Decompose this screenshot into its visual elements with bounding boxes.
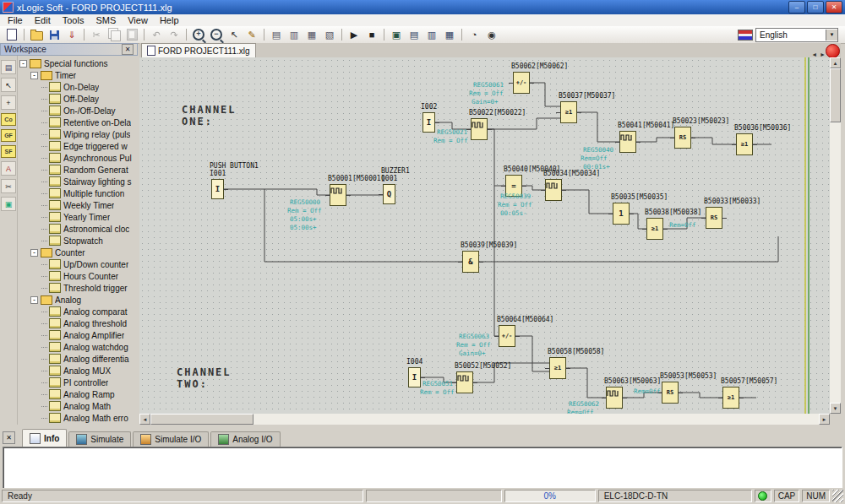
block-i004[interactable]: I [408, 367, 421, 387]
tree-item-pi-controller[interactable]: PI controller [18, 377, 138, 388]
monitor-button[interactable]: ▣ [388, 27, 405, 43]
tree-item-edge-triggered-w[interactable]: Edge triggered w [18, 140, 138, 152]
scroll-down-icon[interactable]: ▼ [830, 403, 841, 414]
tab-simulate[interactable]: Simulate [68, 431, 131, 447]
block-b50033[interactable]: RS [706, 207, 722, 229]
block-b50062[interactable]: +/- [513, 72, 530, 94]
expander-icon[interactable]: - [30, 72, 38, 79]
block-b50038[interactable]: ≥1 [646, 218, 663, 240]
help-about-button[interactable]: ◉ [483, 27, 500, 43]
panel-close-button[interactable]: ✕ [3, 431, 15, 444]
expander-icon[interactable]: - [30, 249, 38, 257]
tree-item-analog-amplifier[interactable]: Analog Amplifier [18, 329, 138, 341]
undo-button[interactable]: ↶ [148, 27, 165, 43]
block-q001[interactable]: Q [383, 184, 395, 204]
canvas-hscrollbar[interactable]: ◄ ► [139, 414, 830, 425]
block-b50064[interactable]: +/- [499, 325, 515, 347]
scroll-right-icon[interactable]: ► [819, 414, 830, 425]
tree-item-hours-counter[interactable]: Hours Counter [18, 270, 138, 282]
block-b50041[interactable] [619, 131, 636, 153]
resize-grip[interactable] [832, 490, 843, 502]
tree-item-threshold-trigger[interactable]: Threshold trigger [18, 282, 138, 294]
language-combo[interactable]: English ▼ [755, 28, 838, 42]
expander-icon[interactable]: - [30, 296, 38, 304]
comm-config-button[interactable]: ▦ [441, 27, 458, 43]
clock-button[interactable]: ◔ [466, 27, 482, 43]
overview-tool[interactable]: ▤ [1, 60, 16, 74]
menu-help[interactable]: Help [154, 15, 185, 25]
paste-button[interactable] [123, 27, 140, 43]
menu-file[interactable]: File [2, 15, 29, 25]
plc-info-button[interactable]: ▥ [423, 27, 440, 43]
block-b50023[interactable]: RS [674, 127, 691, 149]
close-button[interactable]: ✕ [826, 1, 842, 14]
vscroll-thumb[interactable] [830, 68, 841, 122]
tree-item-asynchronous-pul[interactable]: Asynchronous Pul [18, 152, 138, 164]
block-b50022[interactable] [471, 118, 488, 140]
tree-item-analog-watchdog[interactable]: Analog watchdog [18, 341, 138, 353]
new-button[interactable] [3, 27, 20, 43]
text-tool[interactable]: A [1, 161, 16, 176]
tree-item-astronomical-cloc[interactable]: Astronomical cloc [18, 223, 138, 235]
tree-item-wiping-relay-puls[interactable]: Wiping relay (puls [18, 128, 138, 140]
tree-item-stopwatch[interactable]: Stopwatch [18, 235, 138, 247]
block-b50034[interactable] [545, 179, 562, 201]
copy-button[interactable] [106, 27, 123, 43]
basic-functions-tool[interactable]: GF [1, 129, 16, 142]
menu-view[interactable]: View [122, 15, 154, 25]
menu-tools[interactable]: Tools [57, 15, 90, 25]
distribute-vertical-button[interactable]: ▧ [321, 27, 338, 43]
simulate-start-button[interactable]: ▶ [346, 27, 363, 43]
align-vertical-button[interactable]: ▥ [286, 27, 303, 43]
tree-item-on-off-delay[interactable]: On-/Off-Delay [18, 105, 138, 117]
distribute-horizontal-button[interactable]: ▦ [303, 27, 320, 43]
tree-item-analog-math-erro[interactable]: Analog Math erro [18, 412, 138, 424]
select-tool[interactable]: ↖ [1, 78, 16, 92]
chevron-down-icon[interactable]: ▼ [826, 30, 837, 41]
tree-folder-counter[interactable]: -Counter [18, 247, 138, 258]
message-area[interactable] [3, 447, 842, 489]
connector-tool[interactable]: + [1, 95, 16, 110]
tree-item-analog-comparat[interactable]: Analog comparat [18, 306, 138, 317]
block-b50057[interactable]: ≥1 [722, 387, 739, 409]
block-b50039[interactable]: & [462, 251, 479, 273]
save-button[interactable] [46, 27, 63, 43]
minimize-button[interactable]: – [788, 1, 805, 14]
tree-folder-special-functions[interactable]: -Special functions [18, 57, 138, 69]
menu-edit[interactable]: Edit [29, 15, 57, 25]
block-b50053[interactable]: RS [662, 382, 679, 404]
tree-folder-timer[interactable]: -Timer [18, 69, 138, 81]
block-b50058[interactable]: ≥1 [549, 357, 566, 379]
block-i001[interactable]: I [211, 179, 224, 199]
cut-button[interactable]: ✂ [88, 27, 105, 43]
expander-icon[interactable]: - [19, 60, 27, 68]
scroll-left-icon[interactable]: ◄ [139, 414, 150, 425]
tab-scroll-right-icon[interactable]: ► [820, 51, 826, 57]
tree-item-analog-math[interactable]: Analog Math [18, 400, 138, 412]
hscroll-thumb[interactable] [150, 414, 254, 425]
tree-item-off-delay[interactable]: Off-Delay [18, 93, 138, 105]
tab-ford-project111[interactable]: FORD PROJECT111.xlg [141, 43, 256, 57]
tree-folder-analog[interactable]: -Analog [18, 294, 138, 306]
tree-item-up-down-counter[interactable]: Up/Down counter [18, 258, 138, 270]
tree-item-analog-ramp[interactable]: Analog Ramp [18, 388, 138, 400]
block-i002[interactable]: I [422, 112, 435, 133]
tree-item-retentive-on-dela[interactable]: Retentive on-Dela [18, 117, 138, 128]
scroll-up-icon[interactable]: ▲ [830, 57, 841, 68]
redo-button[interactable]: ↷ [166, 27, 183, 43]
maximize-button[interactable]: □ [807, 1, 824, 14]
tree-item-analog-differentia[interactable]: Analog differentia [18, 353, 138, 365]
block-b50035[interactable]: 1 [613, 203, 630, 225]
pen-button[interactable]: ✎ [243, 27, 260, 43]
menu-sms[interactable]: SMS [90, 15, 122, 25]
canvas-vscrollbar[interactable]: ▲ ▼ [830, 57, 841, 414]
zoom-in-button[interactable] [190, 27, 207, 43]
align-horizontal-button[interactable]: ▤ [268, 27, 285, 43]
select-button[interactable]: ↖ [226, 27, 243, 43]
tree-item-analog-threshold[interactable]: Analog threshold [18, 317, 138, 329]
block-b50001[interactable] [330, 184, 346, 206]
canvas[interactable]: CHANNEL ONE:CHANNEL TWO:II002+/-B50062[M… [139, 57, 830, 414]
tab-analog-i-o[interactable]: Analog I/O [210, 431, 280, 447]
zoom-out-button[interactable] [208, 27, 225, 43]
tree-item-on-delay[interactable]: On-Delay [18, 81, 138, 93]
